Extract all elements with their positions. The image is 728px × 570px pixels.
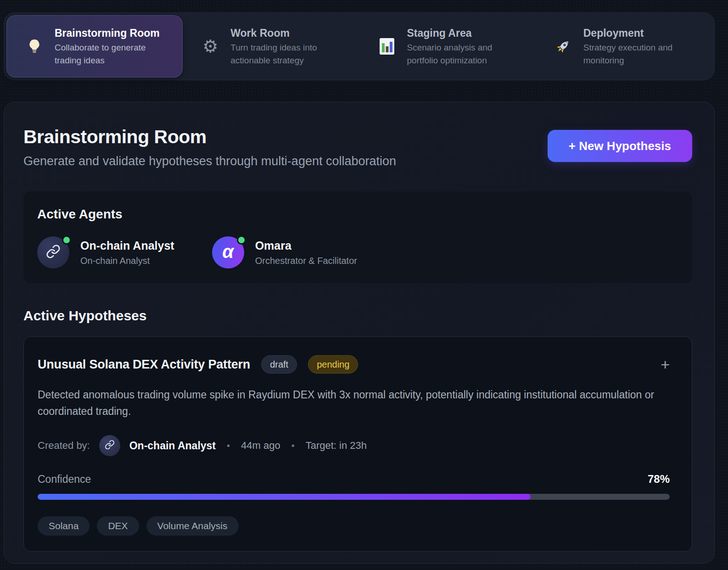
tag-dex: DEX	[97, 516, 139, 536]
confidence-label: Confidence	[38, 473, 91, 486]
tag-volume-analysis: Volume Analysis	[146, 516, 239, 536]
workflow-nav: Brainstorming Room Collaborate to genera…	[4, 12, 715, 80]
confidence-value: 78%	[648, 473, 670, 486]
author-avatar	[99, 435, 120, 456]
author-name: On-chain Analyst	[129, 440, 216, 452]
agent-role: On-chain Analyst	[80, 256, 174, 266]
active-hypotheses-heading: Active Hypotheses	[23, 308, 692, 324]
agent-name: On-chain Analyst	[80, 239, 174, 252]
agent-role: Orchestrator & Facilitator	[255, 256, 357, 266]
omara-alpha-icon: α	[222, 242, 234, 263]
gear-icon: ⚙	[200, 36, 220, 56]
expand-plus-icon[interactable]: +	[661, 357, 670, 372]
agent-omara: α Omara Orchestrator & Facilitator	[212, 236, 357, 268]
status-badge-pending: pending	[308, 355, 358, 374]
status-badge-draft: draft	[261, 355, 297, 374]
agent-onchain-analyst: On-chain Analyst On-chain Analyst	[37, 236, 174, 268]
tab-title: Deployment	[583, 26, 698, 40]
tab-brainstorming-room[interactable]: Brainstorming Room Collaborate to genera…	[6, 15, 183, 78]
chain-link-icon	[46, 244, 61, 261]
bar-chart-icon	[377, 36, 397, 56]
panel-header: Brainstorming Room Generate and validate…	[23, 126, 692, 168]
tab-work-room[interactable]: ⚙ Work Room Turn trading ideas into acti…	[183, 15, 359, 78]
new-hypothesis-button[interactable]: + New Hypothesis	[548, 130, 692, 162]
created-by-row: Created by: On-chain Analyst • 44m ago •…	[38, 435, 670, 456]
target-time: Target: in 23h	[306, 440, 367, 452]
meta-separator: •	[227, 441, 230, 451]
page-title: Brainstorming Room	[23, 126, 396, 148]
page-subtitle: Generate and validate hypotheses through…	[23, 154, 396, 168]
time-ago: 44m ago	[241, 440, 280, 452]
lightbulb-icon	[24, 36, 45, 56]
chain-link-icon	[105, 440, 115, 452]
tab-staging-area[interactable]: Staging Area Scenario analysis and portf…	[359, 15, 536, 78]
tab-description: Scenario analysis and portfolio optimiza…	[407, 41, 522, 67]
agents-row: On-chain Analyst On-chain Analyst α Omar…	[37, 236, 678, 268]
confidence-bar-track	[38, 494, 670, 500]
brainstorming-room-panel: Brainstorming Room Generate and validate…	[4, 102, 715, 564]
tab-description: Collaborate to generate trading ideas	[55, 41, 169, 67]
active-agents-heading: Active Agents	[37, 207, 678, 222]
tab-title: Work Room	[230, 26, 345, 40]
meta-separator: •	[291, 441, 295, 451]
hypothesis-description: Detected anomalous trading volume spike …	[38, 386, 655, 419]
active-agents-card: Active Agents On-chain Anal	[23, 191, 692, 283]
rocket-icon	[553, 36, 573, 56]
confidence-bar-fill	[38, 494, 531, 500]
tab-description: Turn trading ideas into actionable strat…	[230, 41, 345, 67]
hypothesis-title: Unusual Solana DEX Activity Pattern	[38, 358, 250, 372]
tags-row: Solana DEX Volume Analysis	[38, 516, 670, 536]
tab-description: Strategy execution and monitoring	[583, 41, 698, 67]
tab-deployment[interactable]: Deployment Strategy execution and monito…	[536, 15, 712, 78]
created-by-label: Created by:	[38, 440, 90, 452]
hypothesis-card: Unusual Solana DEX Activity Pattern draf…	[23, 336, 692, 552]
tab-title: Staging Area	[407, 26, 522, 40]
status-online-dot	[237, 235, 246, 245]
tab-title: Brainstorming Room	[55, 26, 169, 40]
tag-solana: Solana	[38, 516, 90, 536]
agent-name: Omara	[255, 239, 357, 252]
status-online-dot	[62, 235, 71, 245]
